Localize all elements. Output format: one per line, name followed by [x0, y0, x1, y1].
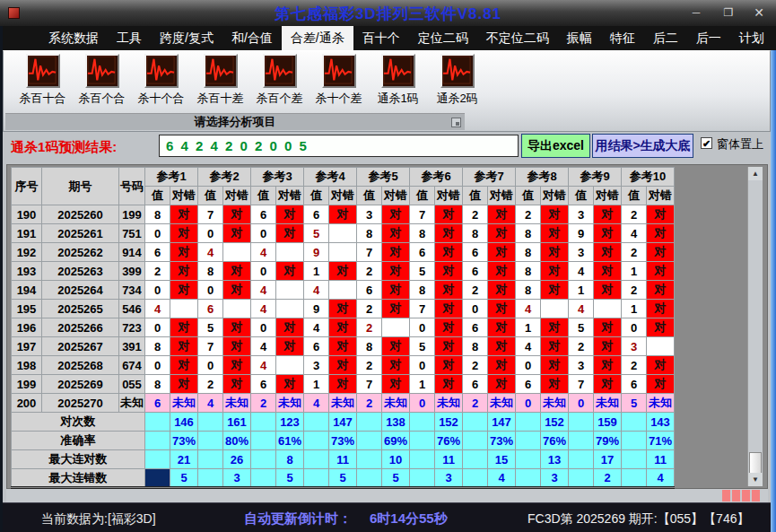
ref-mark-cell[interactable] — [594, 300, 622, 318]
summary-pad-cell[interactable] — [251, 450, 276, 469]
tool-button-4[interactable]: 杀百十差 — [193, 54, 248, 111]
ref-mark-cell[interactable] — [276, 300, 304, 318]
ref-value-cell[interactable]: 2 — [463, 281, 488, 300]
ref-value-cell[interactable]: 4 — [304, 318, 329, 337]
ref-mark-cell[interactable]: 对 — [329, 300, 357, 318]
ref-mark-cell[interactable]: 对 — [435, 262, 463, 281]
ref-value-cell[interactable]: 6 — [145, 243, 170, 262]
summary-value-cell[interactable]: 147 — [488, 413, 516, 432]
summary-value-cell[interactable]: 4 — [647, 469, 675, 488]
ref-value-cell[interactable]: 0 — [410, 394, 435, 413]
ref-value-cell[interactable]: 0 — [410, 356, 435, 375]
ref-mark-cell[interactable]: 对 — [382, 300, 410, 318]
ref-mark-cell[interactable]: 对 — [488, 337, 516, 356]
ref-value-cell[interactable]: 4 — [304, 281, 329, 300]
ref-value-cell[interactable]: 2 — [357, 394, 382, 413]
ref-value-cell[interactable]: 2 — [516, 205, 541, 224]
ref-mark-cell[interactable]: 对 — [223, 356, 251, 375]
ref-value-cell[interactable]: 3 — [569, 205, 594, 224]
summary-value-cell[interactable]: 13 — [541, 450, 569, 469]
summary-value-cell[interactable]: 8 — [276, 450, 304, 469]
ref-mark-cell[interactable]: 对 — [170, 375, 198, 394]
summary-value-cell[interactable]: 69% — [382, 432, 410, 450]
summary-value-cell[interactable]: 3 — [223, 469, 251, 488]
summary-pad-cell[interactable] — [251, 469, 276, 488]
summary-value-cell[interactable]: 73% — [329, 432, 357, 450]
ref-mark-cell[interactable]: 对 — [647, 300, 675, 318]
ref-mark-cell[interactable]: 对 — [541, 205, 569, 224]
scroll-up-icon[interactable]: ▲ — [748, 167, 763, 180]
ref-value-cell[interactable]: 2 — [251, 394, 276, 413]
menu-item-12[interactable]: 后一 — [687, 26, 730, 50]
ref-mark-cell[interactable]: 未知 — [435, 394, 463, 413]
summary-pad-cell[interactable] — [463, 450, 488, 469]
summary-value-cell[interactable]: 5 — [276, 469, 304, 488]
ref-value-cell[interactable]: 1 — [410, 375, 435, 394]
ref-mark-cell[interactable]: 对 — [647, 356, 675, 375]
seq-cell[interactable]: 198 — [12, 356, 42, 375]
ref-mark-cell[interactable]: 对 — [488, 224, 516, 243]
number-cell[interactable]: 546 — [119, 300, 145, 318]
ref-mark-cell[interactable]: 对 — [647, 318, 675, 337]
ref-value-cell[interactable]: 4 — [145, 300, 170, 318]
summary-value-cell[interactable]: 11 — [647, 450, 675, 469]
ref-value-cell[interactable]: 8 — [145, 337, 170, 356]
menu-item-10[interactable]: 特征 — [601, 26, 644, 50]
number-cell[interactable]: 199 — [119, 205, 145, 224]
summary-pad-cell[interactable] — [569, 432, 594, 450]
summary-pad-cell[interactable] — [145, 413, 170, 432]
ref-mark-cell[interactable]: 对 — [594, 205, 622, 224]
ref-mark-cell[interactable]: 未知 — [170, 394, 198, 413]
ref-mark-cell[interactable]: 对 — [223, 375, 251, 394]
ref-mark-cell[interactable]: 对 — [541, 375, 569, 394]
ref-mark-cell[interactable] — [329, 224, 357, 243]
number-cell[interactable]: 723 — [119, 318, 145, 337]
summary-value-cell[interactable]: 61% — [276, 432, 304, 450]
ref-mark-cell[interactable]: 对 — [435, 375, 463, 394]
summary-pad-cell[interactable] — [622, 450, 647, 469]
ref-mark-cell[interactable]: 对 — [329, 356, 357, 375]
ref-mark-cell[interactable]: 对 — [594, 375, 622, 394]
ref-mark-cell[interactable]: 对 — [435, 224, 463, 243]
ref-mark-cell[interactable]: 对 — [594, 224, 622, 243]
summary-value-cell[interactable]: 3 — [541, 469, 569, 488]
ref-mark-cell[interactable] — [276, 281, 304, 300]
ref-value-cell[interactable]: 8 — [516, 262, 541, 281]
ref-value-cell[interactable]: 4 — [251, 281, 276, 300]
seq-cell[interactable]: 193 — [12, 262, 42, 281]
summary-value-cell[interactable]: 161 — [223, 413, 251, 432]
ref-mark-cell[interactable] — [170, 300, 198, 318]
ref-mark-cell[interactable]: 对 — [435, 337, 463, 356]
ref-value-cell[interactable]: 0 — [516, 356, 541, 375]
ref-mark-cell[interactable]: 对 — [541, 224, 569, 243]
seq-cell[interactable]: 199 — [12, 375, 42, 394]
ref-mark-cell[interactable] — [329, 281, 357, 300]
ref-mark-cell[interactable] — [276, 356, 304, 375]
ref-value-cell[interactable]: 8 — [145, 375, 170, 394]
ref-value-cell[interactable]: 4 — [569, 262, 594, 281]
ref-value-cell[interactable]: 0 — [145, 224, 170, 243]
tool-button-5[interactable]: 杀百个差 — [252, 54, 307, 111]
ref-value-cell[interactable]: 3 — [304, 356, 329, 375]
seq-cell[interactable]: 191 — [12, 224, 42, 243]
ref-value-cell[interactable]: 7 — [198, 337, 223, 356]
menu-item-7[interactable]: 定位二码 — [409, 26, 477, 50]
seq-cell[interactable]: 200 — [12, 394, 42, 413]
menu-item-8[interactable]: 不定位二码 — [477, 26, 558, 50]
ref-mark-cell[interactable]: 对 — [329, 337, 357, 356]
ref-value-cell[interactable]: 8 — [516, 281, 541, 300]
ref-value-cell[interactable]: 2 — [357, 356, 382, 375]
ref-mark-cell[interactable]: 对 — [223, 318, 251, 337]
ref-mark-cell[interactable]: 对 — [223, 224, 251, 243]
ref-value-cell[interactable]: 6 — [410, 243, 435, 262]
tool-button-8[interactable]: 通杀2码 — [430, 54, 484, 111]
ref-mark-cell[interactable]: 对 — [435, 205, 463, 224]
summary-value-cell[interactable]: 73% — [488, 432, 516, 450]
ref-value-cell[interactable]: 0 — [251, 318, 276, 337]
number-cell[interactable]: 未知 — [119, 394, 145, 413]
summary-pad-cell[interactable] — [357, 432, 382, 450]
number-cell[interactable]: 674 — [119, 356, 145, 375]
summary-pad-cell[interactable] — [410, 450, 435, 469]
ref-value-cell[interactable]: 4 — [569, 300, 594, 318]
period-cell[interactable]: 2025264 — [42, 281, 119, 300]
